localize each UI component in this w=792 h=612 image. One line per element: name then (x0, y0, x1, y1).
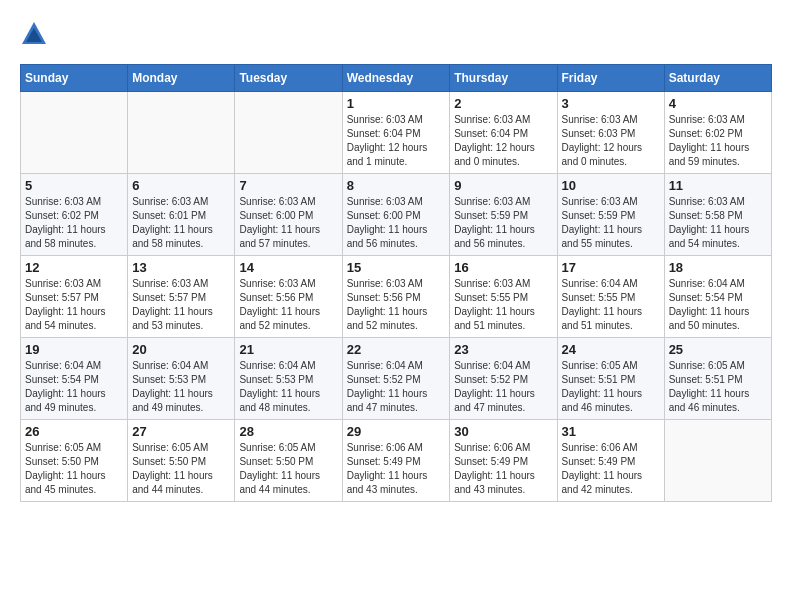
day-info: Sunrise: 6:04 AM Sunset: 5:52 PM Dayligh… (347, 359, 446, 415)
calendar-cell: 24Sunrise: 6:05 AM Sunset: 5:51 PM Dayli… (557, 338, 664, 420)
day-number: 2 (454, 96, 552, 111)
weekday-header: Wednesday (342, 65, 450, 92)
day-info: Sunrise: 6:03 AM Sunset: 6:04 PM Dayligh… (454, 113, 552, 169)
day-number: 15 (347, 260, 446, 275)
day-info: Sunrise: 6:03 AM Sunset: 5:55 PM Dayligh… (454, 277, 552, 333)
day-info: Sunrise: 6:04 AM Sunset: 5:54 PM Dayligh… (25, 359, 123, 415)
page-header (20, 20, 772, 48)
day-number: 28 (239, 424, 337, 439)
day-info: Sunrise: 6:03 AM Sunset: 5:56 PM Dayligh… (239, 277, 337, 333)
logo-icon (20, 20, 48, 48)
calendar-cell: 12Sunrise: 6:03 AM Sunset: 5:57 PM Dayli… (21, 256, 128, 338)
calendar-cell: 20Sunrise: 6:04 AM Sunset: 5:53 PM Dayli… (128, 338, 235, 420)
day-info: Sunrise: 6:03 AM Sunset: 5:59 PM Dayligh… (454, 195, 552, 251)
calendar-cell: 4Sunrise: 6:03 AM Sunset: 6:02 PM Daylig… (664, 92, 771, 174)
day-number: 4 (669, 96, 767, 111)
day-info: Sunrise: 6:05 AM Sunset: 5:51 PM Dayligh… (562, 359, 660, 415)
day-info: Sunrise: 6:06 AM Sunset: 5:49 PM Dayligh… (562, 441, 660, 497)
day-number: 8 (347, 178, 446, 193)
day-info: Sunrise: 6:05 AM Sunset: 5:50 PM Dayligh… (132, 441, 230, 497)
day-number: 22 (347, 342, 446, 357)
day-number: 17 (562, 260, 660, 275)
day-number: 27 (132, 424, 230, 439)
day-number: 14 (239, 260, 337, 275)
day-info: Sunrise: 6:03 AM Sunset: 6:00 PM Dayligh… (239, 195, 337, 251)
day-number: 9 (454, 178, 552, 193)
day-number: 10 (562, 178, 660, 193)
calendar-cell (664, 420, 771, 502)
weekday-header: Tuesday (235, 65, 342, 92)
day-number: 3 (562, 96, 660, 111)
day-info: Sunrise: 6:04 AM Sunset: 5:53 PM Dayligh… (239, 359, 337, 415)
day-info: Sunrise: 6:03 AM Sunset: 6:00 PM Dayligh… (347, 195, 446, 251)
calendar-cell: 27Sunrise: 6:05 AM Sunset: 5:50 PM Dayli… (128, 420, 235, 502)
calendar-cell: 16Sunrise: 6:03 AM Sunset: 5:55 PM Dayli… (450, 256, 557, 338)
calendar-cell: 31Sunrise: 6:06 AM Sunset: 5:49 PM Dayli… (557, 420, 664, 502)
calendar-cell: 9Sunrise: 6:03 AM Sunset: 5:59 PM Daylig… (450, 174, 557, 256)
calendar-cell: 23Sunrise: 6:04 AM Sunset: 5:52 PM Dayli… (450, 338, 557, 420)
day-info: Sunrise: 6:03 AM Sunset: 6:02 PM Dayligh… (25, 195, 123, 251)
calendar-cell: 28Sunrise: 6:05 AM Sunset: 5:50 PM Dayli… (235, 420, 342, 502)
day-info: Sunrise: 6:03 AM Sunset: 6:01 PM Dayligh… (132, 195, 230, 251)
calendar-cell: 7Sunrise: 6:03 AM Sunset: 6:00 PM Daylig… (235, 174, 342, 256)
day-info: Sunrise: 6:05 AM Sunset: 5:51 PM Dayligh… (669, 359, 767, 415)
day-info: Sunrise: 6:06 AM Sunset: 5:49 PM Dayligh… (454, 441, 552, 497)
calendar-cell: 14Sunrise: 6:03 AM Sunset: 5:56 PM Dayli… (235, 256, 342, 338)
calendar-cell: 22Sunrise: 6:04 AM Sunset: 5:52 PM Dayli… (342, 338, 450, 420)
day-info: Sunrise: 6:03 AM Sunset: 6:04 PM Dayligh… (347, 113, 446, 169)
calendar-cell (21, 92, 128, 174)
day-info: Sunrise: 6:03 AM Sunset: 5:59 PM Dayligh… (562, 195, 660, 251)
calendar-week-row: 12Sunrise: 6:03 AM Sunset: 5:57 PM Dayli… (21, 256, 772, 338)
day-number: 30 (454, 424, 552, 439)
weekday-header: Thursday (450, 65, 557, 92)
day-number: 16 (454, 260, 552, 275)
weekday-header: Monday (128, 65, 235, 92)
weekday-header: Sunday (21, 65, 128, 92)
day-number: 29 (347, 424, 446, 439)
day-number: 13 (132, 260, 230, 275)
calendar-cell: 6Sunrise: 6:03 AM Sunset: 6:01 PM Daylig… (128, 174, 235, 256)
day-number: 23 (454, 342, 552, 357)
calendar-cell: 19Sunrise: 6:04 AM Sunset: 5:54 PM Dayli… (21, 338, 128, 420)
calendar-cell: 2Sunrise: 6:03 AM Sunset: 6:04 PM Daylig… (450, 92, 557, 174)
weekday-header: Saturday (664, 65, 771, 92)
day-number: 31 (562, 424, 660, 439)
calendar-cell: 25Sunrise: 6:05 AM Sunset: 5:51 PM Dayli… (664, 338, 771, 420)
calendar-week-row: 26Sunrise: 6:05 AM Sunset: 5:50 PM Dayli… (21, 420, 772, 502)
day-info: Sunrise: 6:04 AM Sunset: 5:52 PM Dayligh… (454, 359, 552, 415)
day-number: 26 (25, 424, 123, 439)
calendar-cell: 11Sunrise: 6:03 AM Sunset: 5:58 PM Dayli… (664, 174, 771, 256)
day-number: 24 (562, 342, 660, 357)
day-info: Sunrise: 6:03 AM Sunset: 5:57 PM Dayligh… (132, 277, 230, 333)
logo (20, 20, 52, 48)
calendar-cell (235, 92, 342, 174)
day-info: Sunrise: 6:06 AM Sunset: 5:49 PM Dayligh… (347, 441, 446, 497)
calendar-cell: 30Sunrise: 6:06 AM Sunset: 5:49 PM Dayli… (450, 420, 557, 502)
calendar-week-row: 19Sunrise: 6:04 AM Sunset: 5:54 PM Dayli… (21, 338, 772, 420)
day-number: 21 (239, 342, 337, 357)
day-info: Sunrise: 6:05 AM Sunset: 5:50 PM Dayligh… (239, 441, 337, 497)
calendar-cell: 15Sunrise: 6:03 AM Sunset: 5:56 PM Dayli… (342, 256, 450, 338)
day-number: 1 (347, 96, 446, 111)
calendar-cell: 5Sunrise: 6:03 AM Sunset: 6:02 PM Daylig… (21, 174, 128, 256)
day-number: 6 (132, 178, 230, 193)
calendar-cell: 1Sunrise: 6:03 AM Sunset: 6:04 PM Daylig… (342, 92, 450, 174)
day-number: 12 (25, 260, 123, 275)
day-info: Sunrise: 6:04 AM Sunset: 5:55 PM Dayligh… (562, 277, 660, 333)
calendar-cell: 26Sunrise: 6:05 AM Sunset: 5:50 PM Dayli… (21, 420, 128, 502)
day-number: 7 (239, 178, 337, 193)
calendar-cell: 21Sunrise: 6:04 AM Sunset: 5:53 PM Dayli… (235, 338, 342, 420)
day-number: 5 (25, 178, 123, 193)
calendar-cell: 17Sunrise: 6:04 AM Sunset: 5:55 PM Dayli… (557, 256, 664, 338)
day-number: 11 (669, 178, 767, 193)
day-info: Sunrise: 6:03 AM Sunset: 5:57 PM Dayligh… (25, 277, 123, 333)
calendar-week-row: 5Sunrise: 6:03 AM Sunset: 6:02 PM Daylig… (21, 174, 772, 256)
day-info: Sunrise: 6:05 AM Sunset: 5:50 PM Dayligh… (25, 441, 123, 497)
day-info: Sunrise: 6:03 AM Sunset: 5:56 PM Dayligh… (347, 277, 446, 333)
calendar-header-row: SundayMondayTuesdayWednesdayThursdayFrid… (21, 65, 772, 92)
day-info: Sunrise: 6:04 AM Sunset: 5:53 PM Dayligh… (132, 359, 230, 415)
calendar-week-row: 1Sunrise: 6:03 AM Sunset: 6:04 PM Daylig… (21, 92, 772, 174)
day-number: 19 (25, 342, 123, 357)
calendar-cell (128, 92, 235, 174)
calendar-cell: 13Sunrise: 6:03 AM Sunset: 5:57 PM Dayli… (128, 256, 235, 338)
